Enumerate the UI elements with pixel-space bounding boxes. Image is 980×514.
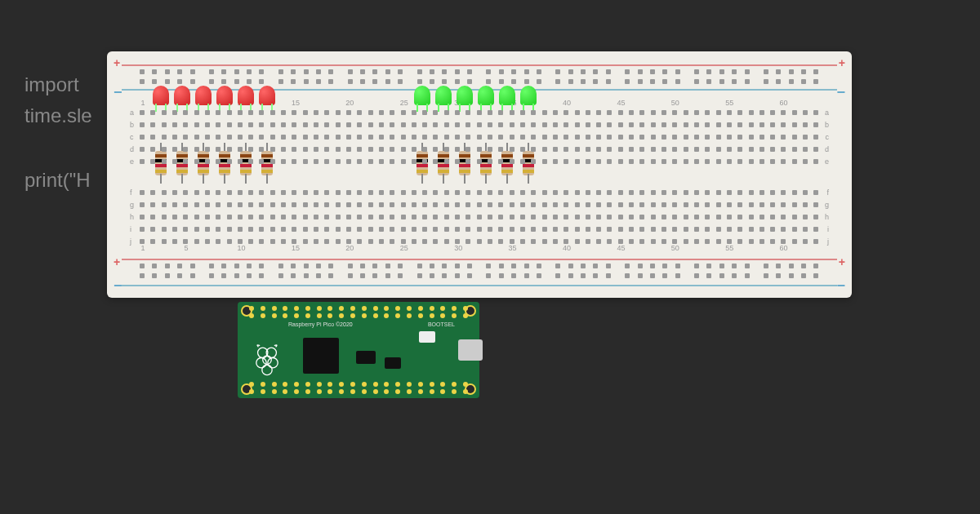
breadboard-hole[interactable] <box>209 273 214 278</box>
breadboard-hole[interactable] <box>433 147 438 152</box>
gpio-pin[interactable] <box>317 306 322 311</box>
breadboard-hole[interactable] <box>488 122 492 127</box>
breadboard-hole[interactable] <box>379 239 384 244</box>
breadboard-hole[interactable] <box>596 227 601 232</box>
breadboard-hole[interactable] <box>385 69 390 74</box>
gpio-pin[interactable] <box>452 306 457 311</box>
breadboard-hole[interactable] <box>444 202 449 207</box>
breadboard-hole[interactable] <box>553 122 558 127</box>
breadboard-hole[interactable] <box>596 215 601 219</box>
breadboard-hole[interactable] <box>183 159 188 164</box>
breadboard-hole[interactable] <box>781 202 786 207</box>
breadboard-hole[interactable] <box>346 227 351 232</box>
breadboard-hole[interactable] <box>172 190 177 195</box>
breadboard-hole[interactable] <box>638 273 643 278</box>
breadboard-hole[interactable] <box>639 159 644 164</box>
breadboard-hole[interactable] <box>727 227 732 232</box>
breadboard-hole[interactable] <box>488 159 492 164</box>
breadboard-hole[interactable] <box>586 147 590 152</box>
gpio-pin[interactable] <box>407 389 412 394</box>
breadboard-hole[interactable] <box>694 264 699 268</box>
breadboard-hole[interactable] <box>553 159 558 164</box>
breadboard-hole[interactable] <box>270 227 275 232</box>
gpio-pin[interactable] <box>350 313 355 318</box>
breadboard-hole[interactable] <box>205 110 210 115</box>
breadboard-hole[interactable] <box>555 69 560 74</box>
breadboard-hole[interactable] <box>477 159 482 164</box>
breadboard-hole[interactable] <box>430 69 434 74</box>
breadboard-hole[interactable] <box>346 239 351 244</box>
breadboard-hole[interactable] <box>792 215 797 219</box>
breadboard-hole[interactable] <box>401 239 406 244</box>
breadboard-hole[interactable] <box>336 159 341 164</box>
breadboard-hole[interactable] <box>433 227 438 232</box>
breadboard-hole[interactable] <box>477 190 482 195</box>
breadboard-hole[interactable] <box>684 227 688 232</box>
breadboard-hole[interactable] <box>581 79 586 84</box>
breadboard-hole[interactable] <box>455 190 460 195</box>
breadboard-hole[interactable] <box>152 69 157 74</box>
breadboard-hole[interactable] <box>651 227 656 232</box>
breadboard-hole[interactable] <box>542 202 547 207</box>
breadboard-hole[interactable] <box>705 159 710 164</box>
breadboard-hole[interactable] <box>781 147 786 152</box>
breadboard-hole[interactable] <box>221 79 226 84</box>
gpio-pin[interactable] <box>339 306 344 311</box>
breadboard-hole[interactable] <box>466 135 470 140</box>
breadboard-hole[interactable] <box>314 147 318 152</box>
breadboard-hole[interactable] <box>259 190 264 195</box>
breadboard-hole[interactable] <box>694 215 699 219</box>
breadboard-hole[interactable] <box>172 122 177 127</box>
breadboard-hole[interactable] <box>749 147 754 152</box>
breadboard-hole[interactable] <box>745 264 750 268</box>
gpio-pin[interactable] <box>395 313 400 318</box>
breadboard-hole[interactable] <box>401 215 406 219</box>
breadboard-hole[interactable] <box>607 147 612 152</box>
breadboard-hole[interactable] <box>727 135 732 140</box>
breadboard-hole[interactable] <box>281 147 286 152</box>
breadboard-hole[interactable] <box>499 264 504 268</box>
breadboard-hole[interactable] <box>444 215 449 219</box>
breadboard-hole[interactable] <box>520 110 525 115</box>
breadboard-hole[interactable] <box>727 215 732 219</box>
breadboard-hole[interactable] <box>216 190 220 195</box>
breadboard-hole[interactable] <box>346 202 351 207</box>
breadboard-hole[interactable] <box>357 239 362 244</box>
breadboard-hole[interactable] <box>593 69 598 74</box>
gpio-pin[interactable] <box>327 389 332 394</box>
red-led[interactable] <box>259 86 275 105</box>
breadboard-hole[interactable] <box>348 79 353 84</box>
breadboard-hole[interactable] <box>314 135 318 140</box>
breadboard-hole[interactable] <box>618 202 623 207</box>
green-led[interactable] <box>435 86 452 105</box>
breadboard-hole[interactable] <box>672 227 677 232</box>
breadboard-hole[interactable] <box>760 215 764 219</box>
breadboard-hole[interactable] <box>412 215 416 219</box>
breadboard-hole[interactable] <box>422 159 427 164</box>
red-led[interactable] <box>238 86 254 105</box>
breadboard-hole[interactable] <box>498 202 503 207</box>
breadboard-hole[interactable] <box>248 135 253 140</box>
breadboard-hole[interactable] <box>629 202 634 207</box>
breadboard-hole[interactable] <box>216 147 220 152</box>
breadboard-hole[interactable] <box>727 190 732 195</box>
breadboard-hole[interactable] <box>719 264 724 268</box>
breadboard-hole[interactable] <box>705 135 710 140</box>
breadboard-hole[interactable] <box>564 122 568 127</box>
breadboard-hole[interactable] <box>770 110 775 115</box>
breadboard-hole[interactable] <box>165 273 170 278</box>
breadboard-hole[interactable] <box>662 215 666 219</box>
breadboard-hole[interactable] <box>390 159 394 164</box>
breadboard-hole[interactable] <box>776 273 781 278</box>
breadboard-hole[interactable] <box>270 215 275 219</box>
breadboard-hole[interactable] <box>291 264 296 268</box>
breadboard-hole[interactable] <box>238 215 243 219</box>
breadboard-hole[interactable] <box>813 147 818 152</box>
breadboard-hole[interactable] <box>205 215 210 219</box>
breadboard-hole[interactable] <box>618 159 623 164</box>
breadboard-hole[interactable] <box>455 239 460 244</box>
breadboard-hole[interactable] <box>705 147 710 152</box>
green-led[interactable] <box>478 86 494 105</box>
breadboard-hole[interactable] <box>259 215 264 219</box>
breadboard-hole[interactable] <box>270 122 275 127</box>
